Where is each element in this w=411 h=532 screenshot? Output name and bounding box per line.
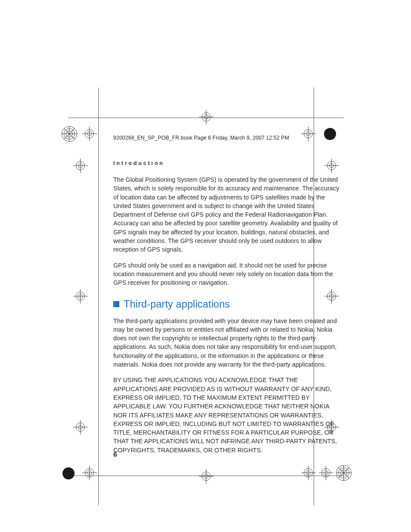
document-page: 9200268_EN_SP_POB_FR.book Page 6 Friday,… [0, 0, 411, 532]
section-heading-title: Third-party applications [124, 299, 230, 310]
section-heading: Third-party applications [113, 299, 342, 310]
solid-dot-icon [62, 467, 75, 479]
body-paragraph: The Global Positioning System (GPS) is o… [113, 175, 342, 254]
body-paragraph: BY USING THE APPLICATIONS YOU ACKNOWLEDG… [113, 376, 342, 454]
content-area: 9200268_EN_SP_POB_FR.book Page 6 Friday,… [113, 135, 342, 461]
body-paragraph: The third-party applications provided wi… [113, 317, 342, 369]
section-bullet-icon [113, 301, 119, 307]
crop-line [98, 87, 99, 505]
section-label: Introduction [113, 160, 342, 166]
document-header-line: 9200268_EN_SP_POB_FR.book Page 6 Friday,… [113, 135, 342, 141]
body-paragraph: GPS should only be used as a navigation … [113, 261, 342, 287]
registration-star-icon [62, 126, 77, 142]
registration-star-icon [336, 465, 352, 481]
page-number: 6 [113, 451, 117, 458]
